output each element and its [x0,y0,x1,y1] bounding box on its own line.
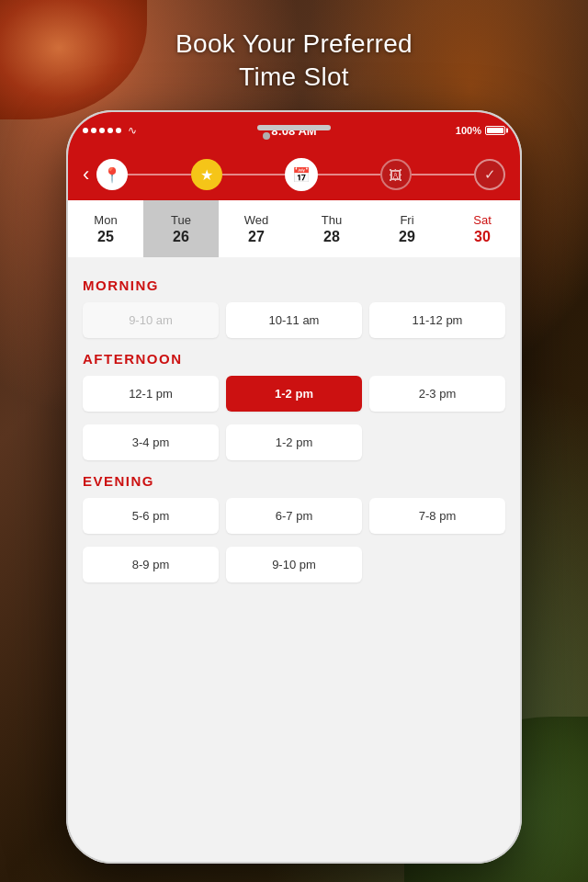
step-line-2 [222,174,285,175]
morning-time-grid: 9-10 am 10-11 am 11-12 pm [83,302,505,338]
evening-label: EVENING [83,473,505,489]
page-title: Book Your Preferred Time Slot [0,28,588,95]
signal-indicator: ∿ [83,124,137,137]
section-evening: EVENING 5-6 pm 6-7 pm 7-8 pm 8-9 pm 9-10… [83,473,505,582]
time-slot-10-11am[interactable]: 10-11 am [226,302,362,338]
afternoon-time-grid-2: 3-4 pm 1-2 pm [83,424,505,460]
calendar-day-sat[interactable]: Sat 30 [445,200,520,257]
signal-dot-1 [83,128,88,133]
evening-time-grid-1: 5-6 pm 6-7 pm 7-8 pm [83,498,505,534]
calendar-row: Mon 25 Tue 26 Wed 27 Thu 28 Fri 29 Sat 3… [68,200,520,257]
signal-dot-2 [91,128,96,133]
section-morning: MORNING 9-10 am 10-11 am 11-12 pm [83,277,505,338]
phone-screen: ∿ 8:08 AM 100% ‹ 📍 ★ [68,112,520,862]
time-slot-5-6pm[interactable]: 5-6 pm [83,498,219,534]
signal-dot-5 [116,128,121,133]
content-area: MORNING 9-10 am 10-11 am 11-12 pm AFTERN… [68,257,520,862]
time-slot-3-4pm[interactable]: 3-4 pm [83,424,219,460]
day-num-mon: 25 [97,229,114,245]
day-name-tue: Tue [171,213,191,227]
time-slot-11-12pm[interactable]: 11-12 pm [369,302,505,338]
time-slot-empty-2 [369,547,505,582]
time-slot-12-1pm[interactable]: 12-1 pm [83,376,219,412]
back-button[interactable]: ‹ [83,163,89,187]
time-slot-8-9pm[interactable]: 8-9 pm [83,547,219,582]
step-line-1 [128,174,190,175]
time-slot-9-10pm[interactable]: 9-10 pm [226,547,362,582]
time-slot-1-2pm-selected[interactable]: 1-2 pm [226,376,362,412]
stepper-steps: 📍 ★ 📅 🖼 ✓ [96,158,505,191]
day-name-wed: Wed [244,213,269,227]
afternoon-time-grid-1: 12-1 pm 1-2 pm 2-3 pm [83,376,505,412]
day-name-thu: Thu [322,213,342,227]
evening-time-grid-2: 8-9 pm 9-10 pm [83,547,505,582]
status-bar: ∿ 8:08 AM 100% [68,112,520,149]
calendar-day-thu[interactable]: Thu 28 [294,200,369,257]
day-num-wed: 27 [248,229,265,245]
calendar-day-mon[interactable]: Mon 25 [68,200,143,257]
day-num-sat: 30 [474,229,491,245]
progress-stepper: ‹ 📍 ★ 📅 🖼 [68,149,520,200]
battery-percent: 100% [456,125,481,136]
step-photo[interactable]: 🖼 [380,159,412,190]
calendar-day-tue[interactable]: Tue 26 [143,200,219,257]
step-line-4 [412,174,474,175]
time-slot-7-8pm[interactable]: 7-8 pm [369,498,505,534]
section-afternoon: AFTERNOON 12-1 pm 1-2 pm 2-3 pm 3-4 pm 1… [83,351,505,460]
phone-speaker [257,125,331,130]
day-name-mon: Mon [94,213,117,227]
battery-fill [487,128,503,133]
day-name-fri: Fri [400,213,413,227]
step-line-3 [318,174,380,175]
step-favorite[interactable]: ★ [191,159,222,190]
camera-icon [263,132,270,140]
time-slot-6-7pm[interactable]: 6-7 pm [226,498,362,534]
calendar-day-wed[interactable]: Wed 27 [219,200,294,257]
time-slot-9-10am[interactable]: 9-10 am [83,302,219,338]
morning-label: MORNING [83,277,505,293]
signal-dot-3 [99,128,105,133]
time-slot-empty-1 [369,424,505,460]
step-calendar[interactable]: 📅 [285,158,318,191]
wifi-icon: ∿ [128,124,137,137]
day-name-sat: Sat [473,213,492,227]
day-num-fri: 29 [399,229,415,245]
battery-bar [485,126,505,135]
battery-indicator: 100% [456,125,505,136]
day-num-thu: 28 [323,229,340,245]
calendar-day-fri[interactable]: Fri 29 [369,200,445,257]
step-location[interactable]: 📍 [96,159,128,190]
day-num-tue: 26 [173,229,189,245]
time-slot-1-2pm-alt[interactable]: 1-2 pm [226,424,362,460]
time-slot-2-3pm[interactable]: 2-3 pm [369,376,505,412]
phone-frame: ∿ 8:08 AM 100% ‹ 📍 ★ [66,110,522,864]
signal-dot-4 [107,128,113,133]
afternoon-label: AFTERNOON [83,351,505,367]
step-confirm[interactable]: ✓ [474,159,505,190]
